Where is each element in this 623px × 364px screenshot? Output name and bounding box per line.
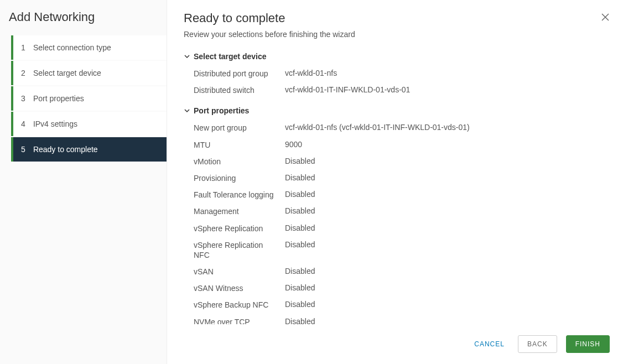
section-title: Select target device	[194, 52, 267, 61]
step-port-properties[interactable]: 3 Port properties	[11, 86, 167, 111]
kv-row: vSAN Disabled	[184, 267, 606, 277]
kv-value: vcf-wkld-01-nfs	[285, 69, 606, 79]
kv-label: NVMe over TCP	[194, 317, 285, 324]
kv-label: vSphere Replication NFC	[194, 240, 285, 260]
step-ready-to-complete[interactable]: 5 Ready to complete	[11, 137, 167, 162]
wizard-title: Add Networking	[0, 10, 167, 35]
kv-label: Distributed port group	[194, 69, 285, 79]
step-label: Ready to complete	[33, 145, 98, 154]
step-number: 3	[21, 94, 31, 103]
kv-row: vSphere Backup NFC Disabled	[184, 300, 606, 310]
kv-row: NVMe over TCP Disabled	[184, 317, 606, 324]
page-title: Ready to complete	[184, 11, 606, 25]
step-number: 5	[21, 145, 31, 154]
content-area: Ready to complete Review your selections…	[167, 0, 623, 324]
kv-row: Distributed port group vcf-wkld-01-nfs	[184, 69, 606, 79]
cancel-button[interactable]: CANCEL	[470, 336, 509, 352]
kv-value: Disabled	[285, 157, 606, 167]
kv-value: Disabled	[285, 240, 606, 260]
kv-label: vSphere Backup NFC	[194, 300, 285, 310]
kv-value: vcf-wkld-01-nfs (vcf-wkld-01-IT-INF-WKLD…	[285, 123, 606, 133]
kv-label: New port group	[194, 123, 285, 133]
kv-row: Fault Tolerance logging Disabled	[184, 190, 606, 200]
kv-value: Disabled	[285, 300, 606, 310]
kv-row: MTU 9000	[184, 140, 606, 150]
step-label: Select connection type	[33, 43, 111, 52]
section-port-properties: Port properties New port group vcf-wkld-…	[184, 106, 606, 324]
kv-label: vSAN	[194, 267, 285, 277]
kv-row: New port group vcf-wkld-01-nfs (vcf-wkld…	[184, 123, 606, 133]
kv-label: Provisioning	[194, 173, 285, 183]
kv-value: Disabled	[285, 267, 606, 277]
kv-label: vSAN Witness	[194, 283, 285, 293]
step-number: 4	[21, 119, 31, 128]
step-label: IPv4 settings	[33, 119, 77, 128]
kv-label: Fault Tolerance logging	[194, 190, 285, 200]
section-title: Port properties	[194, 106, 249, 115]
section-rows: Distributed port group vcf-wkld-01-nfs D…	[184, 69, 606, 95]
kv-value: Disabled	[285, 317, 606, 324]
kv-value: 9000	[285, 140, 606, 150]
chevron-down-icon	[184, 53, 190, 60]
section-select-target-device: Select target device Distributed port gr…	[184, 52, 606, 95]
step-label: Select target device	[33, 69, 101, 77]
main-panel: Ready to complete Review your selections…	[167, 0, 623, 364]
wizard-steps: 1 Select connection type 2 Select target…	[0, 35, 167, 162]
wizard-sidebar: Add Networking 1 Select connection type …	[0, 0, 167, 364]
back-button[interactable]: BACK	[518, 335, 557, 353]
kv-label: Management	[194, 206, 285, 216]
section-header-port-properties[interactable]: Port properties	[184, 106, 606, 115]
kv-label: Distributed switch	[194, 85, 285, 95]
step-select-connection-type[interactable]: 1 Select connection type	[11, 35, 167, 60]
kv-value: Disabled	[285, 223, 606, 233]
kv-label: vMotion	[194, 157, 285, 167]
kv-row: Provisioning Disabled	[184, 173, 606, 183]
wizard-footer: CANCEL BACK FINISH	[167, 324, 623, 364]
kv-row: vSAN Witness Disabled	[184, 283, 606, 293]
step-ipv4-settings[interactable]: 4 IPv4 settings	[11, 112, 167, 136]
kv-row: vSphere Replication NFC Disabled	[184, 240, 606, 260]
section-header-target-device[interactable]: Select target device	[184, 52, 606, 61]
page-subtitle: Review your selections before finishing …	[184, 30, 606, 39]
kv-row: vSphere Replication Disabled	[184, 223, 606, 233]
summary-scroll[interactable]: Select target device Distributed port gr…	[184, 52, 606, 324]
kv-value: Disabled	[285, 173, 606, 183]
kv-value: Disabled	[285, 206, 606, 216]
section-rows: New port group vcf-wkld-01-nfs (vcf-wkld…	[184, 123, 606, 324]
kv-label: vSphere Replication	[194, 223, 285, 233]
kv-row: vMotion Disabled	[184, 157, 606, 167]
kv-label: MTU	[194, 140, 285, 150]
kv-value: Disabled	[285, 283, 606, 293]
kv-row: Distributed switch vcf-wkld-01-IT-INF-WK…	[184, 85, 606, 95]
chevron-down-icon	[184, 107, 190, 114]
step-label: Port properties	[33, 94, 84, 103]
kv-value: Disabled	[285, 190, 606, 200]
step-select-target-device[interactable]: 2 Select target device	[11, 61, 167, 85]
step-number: 2	[21, 69, 31, 77]
kv-row: Management Disabled	[184, 206, 606, 216]
step-number: 1	[21, 43, 31, 52]
kv-value: vcf-wkld-01-IT-INF-WKLD-01-vds-01	[285, 85, 606, 95]
finish-button[interactable]: FINISH	[566, 335, 610, 353]
